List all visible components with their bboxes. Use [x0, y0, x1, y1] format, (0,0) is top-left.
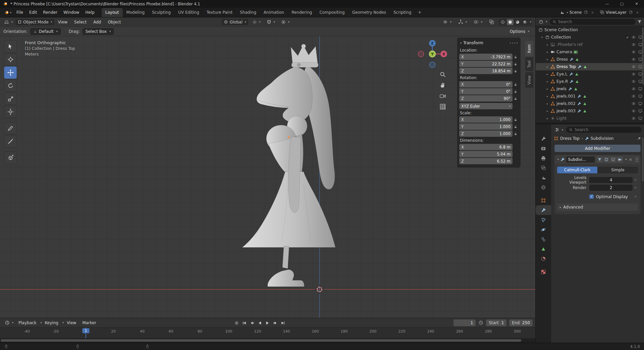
panel-menu-dots[interactable]: •••• [509, 41, 519, 45]
play-reverse-button[interactable] [257, 320, 262, 326]
hide-eye-icon[interactable] [631, 94, 636, 99]
lock-icon[interactable] [513, 55, 519, 59]
tab-output-properties[interactable] [536, 153, 551, 163]
scale-y-field[interactable]: Y1.000 [459, 123, 513, 130]
animate-dot[interactable] [633, 187, 638, 188]
scene-selector[interactable]: ▾ Scene [559, 10, 595, 15]
pan-hand-icon[interactable] [439, 82, 446, 89]
simple-button[interactable]: Simple [598, 167, 638, 173]
close-button[interactable]: ✕ [629, 0, 644, 8]
outliner-search-input[interactable]: Search [550, 19, 636, 25]
maximize-button[interactable]: ▢ [614, 0, 629, 8]
hide-eye-icon[interactable] [631, 86, 636, 91]
menu-keying[interactable]: Keying [42, 318, 61, 328]
modifier-extras-dropdown[interactable]: ▾ [625, 158, 627, 161]
add-modifier-button[interactable]: Add Modifier [554, 144, 641, 152]
outliner-display-mode-button[interactable]: ▾ [538, 19, 548, 25]
outliner-row-dress-top[interactable]: ▸ Dress Top [536, 63, 644, 70]
lock-icon[interactable] [513, 82, 519, 86]
mode-selector[interactable]: Object Mode ▾ [15, 19, 54, 25]
breadcrumb-modifier[interactable]: Subdivision [591, 136, 614, 141]
tool-cursor[interactable] [4, 53, 17, 66]
menu-render[interactable]: Render [40, 8, 60, 17]
menu-select[interactable]: Select [71, 17, 90, 27]
sidebar-tab-item[interactable]: Item [525, 41, 533, 56]
tab-tool-properties[interactable] [536, 134, 551, 143]
playhead-frame-badge[interactable]: 1 [83, 328, 90, 333]
viewport-disable-icon[interactable] [638, 101, 643, 106]
outliner-row-eye-l[interactable]: ▸ Eye.L [536, 70, 644, 78]
hide-eye-icon[interactable] [631, 116, 636, 121]
tab-world-properties[interactable] [536, 182, 551, 192]
collapse-arrow-icon[interactable]: ▾ [460, 42, 462, 45]
tab-view-layer-properties[interactable] [536, 163, 551, 173]
viewport-disable-icon[interactable] [638, 116, 643, 121]
menu-view[interactable]: View [55, 17, 70, 27]
tool-annotate[interactable] [4, 122, 17, 134]
dimensions-x-field[interactable]: X6.8 m [459, 144, 513, 150]
shading-solid-button[interactable] [507, 19, 514, 25]
outliner-row-jewls-002[interactable]: ▸ jewls.002 [536, 100, 644, 107]
tool-rotate[interactable] [4, 79, 17, 92]
properties-search-input[interactable]: Search [566, 127, 641, 133]
xray-toggle[interactable] [487, 19, 496, 25]
lock-icon[interactable] [513, 118, 519, 122]
rotation-y-field[interactable]: Y0° [459, 88, 513, 95]
scrollbar-thumb[interactable] [1, 339, 521, 342]
tab-rendering[interactable]: Rendering [288, 8, 316, 17]
jump-to-end-button[interactable] [280, 320, 285, 326]
render-levels-field[interactable]: 2 [589, 185, 633, 191]
properties-editor-type-button[interactable]: ▾ [554, 127, 564, 133]
tab-particle-properties[interactable] [536, 215, 551, 225]
lock-icon[interactable] [513, 97, 519, 101]
tab-object-data-properties[interactable] [536, 244, 551, 254]
rotation-mode-dropdown[interactable]: XYZ Euler▾ [459, 103, 513, 109]
new-view-layer-button[interactable] [628, 10, 633, 15]
expand-arrow-icon[interactable]: ▸ [546, 110, 549, 113]
hide-eye-icon[interactable] [631, 50, 636, 54]
navigation-gizmo[interactable]: Z X Y [417, 39, 447, 69]
menu-add[interactable]: Add [90, 17, 104, 27]
hide-eye-icon[interactable] [631, 64, 636, 69]
transform-orientation-selector[interactable]: Global ▾ [222, 19, 248, 25]
expand-arrow-icon[interactable]: ▸ [546, 58, 549, 61]
pivot-point-selector[interactable]: ▾ [250, 19, 263, 25]
menu-edit[interactable]: Edit [26, 8, 40, 17]
tab-constraint-properties[interactable] [536, 234, 551, 244]
tab-compositing[interactable]: Compositing [316, 8, 348, 17]
breadcrumb-object[interactable]: Dress Top [560, 136, 580, 141]
collection-checkbox[interactable]: ✓ [626, 36, 629, 39]
drag-setting-dropdown[interactable]: Select Box ▾ [83, 28, 114, 35]
orientation-setting-dropdown[interactable]: Default ▾ [30, 28, 61, 35]
jump-to-start-button[interactable] [242, 320, 247, 326]
hide-eye-icon[interactable] [631, 72, 636, 76]
tool-transform[interactable] [4, 106, 17, 118]
drag-handle[interactable] [635, 157, 639, 162]
menu-file[interactable]: File [13, 8, 26, 17]
current-frame-field[interactable]: 1 [453, 319, 476, 326]
outliner-row-light[interactable]: ▸ Light [536, 115, 644, 122]
tab-layout[interactable]: Layout [102, 8, 123, 17]
lock-icon[interactable] [513, 132, 519, 136]
expand-arrow-icon[interactable]: ▸ [546, 102, 549, 105]
new-scene-button[interactable] [583, 10, 588, 15]
play-button[interactable] [265, 320, 270, 326]
auto-keying-button[interactable] [234, 320, 239, 326]
location-x-field[interactable]: X-3.7923 m [459, 54, 513, 60]
tab-scene-properties[interactable] [536, 173, 551, 182]
timeline-ruler[interactable]: -40 -20 0 20 40 60 80 100 120 140 160 18… [0, 328, 535, 338]
outliner-row-collection[interactable]: ▾ Collection ✓ [536, 34, 644, 41]
lock-icon[interactable] [513, 90, 519, 94]
outliner-row-jewls-003[interactable]: ▸ jewls.003 [536, 107, 644, 115]
lock-icon[interactable] [513, 125, 519, 129]
hide-eye-icon[interactable] [631, 42, 636, 47]
menu-playback[interactable]: Playback [15, 318, 40, 328]
options-dropdown[interactable]: Options ▾ [507, 28, 532, 35]
scale-x-field[interactable]: X1.000 [459, 116, 513, 123]
camera-view-icon[interactable] [439, 93, 446, 99]
location-y-field[interactable]: Y22.522 m [459, 61, 513, 67]
tab-texture-paint[interactable]: Texture Paint [203, 8, 236, 17]
shading-rendered-button[interactable] [522, 19, 528, 25]
properties-scrollbar[interactable] [642, 138, 644, 181]
optimal-display-checkbox[interactable]: ✓ [589, 194, 594, 199]
